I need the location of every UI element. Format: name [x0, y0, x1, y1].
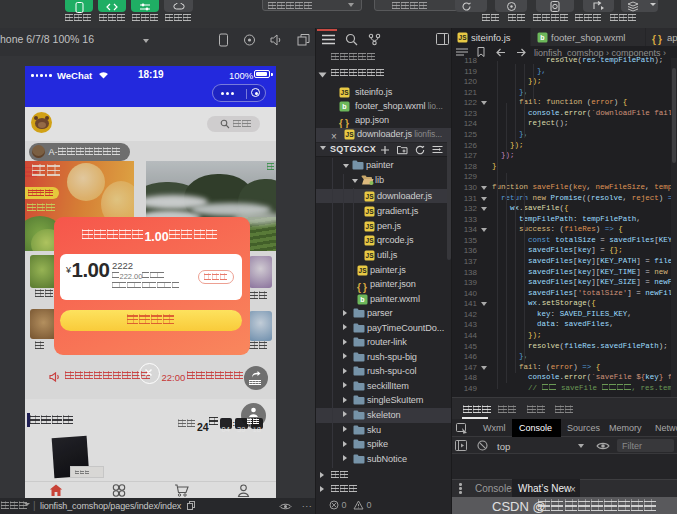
svg-text:JS: JS: [366, 237, 375, 244]
svg-text:JS: JS: [366, 252, 375, 259]
svg-text:JS: JS: [359, 267, 368, 274]
svg-text:JS: JS: [346, 131, 355, 138]
svg-text:b: b: [540, 34, 544, 41]
svg-text:b: b: [360, 296, 364, 303]
svg-text:b: b: [342, 103, 346, 110]
svg-text:JS: JS: [366, 208, 375, 215]
svg-text:JS: JS: [366, 193, 375, 200]
svg-text:JS: JS: [341, 89, 350, 96]
svg-text:JS: JS: [366, 223, 375, 230]
svg-text:JS: JS: [459, 34, 468, 41]
